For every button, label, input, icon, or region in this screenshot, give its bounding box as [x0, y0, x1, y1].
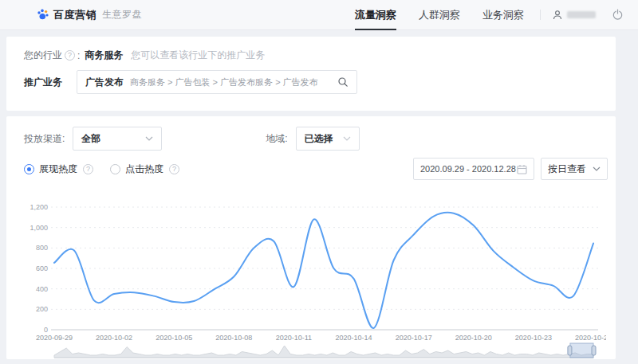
svg-text:2020-10-26: 2020-10-26 — [575, 334, 606, 341]
industry-value: 商务服务 — [85, 49, 123, 62]
search-icon[interactable] — [337, 76, 349, 88]
tab-label: 业务洞察 — [482, 9, 524, 21]
person-icon — [552, 10, 563, 21]
top-header: 百度营销 生意罗盘 流量洞察 人群洞察 业务洞察 — [0, 0, 638, 30]
svg-text:0: 0 — [44, 326, 48, 334]
business-row: 推广业务 广告发布 商务服务 > 广告包装 > 广告发布服务 > 广告发布 — [24, 70, 357, 94]
active-tab-underline — [355, 29, 396, 30]
svg-text:200: 200 — [36, 305, 48, 313]
channel-label: 投放渠道: — [24, 132, 65, 146]
svg-text:2020-10-11: 2020-10-11 — [276, 334, 312, 341]
logout-icon[interactable] — [612, 9, 624, 21]
help-icon[interactable]: ? — [169, 164, 179, 174]
industry-colon: : — [77, 50, 80, 61]
svg-text:400: 400 — [36, 285, 48, 293]
trend-card: 投放渠道: 全部 地域: 已选择 展现热度 ? 点击热度 ? 20 — [6, 116, 616, 359]
brand-name: 百度营销 — [53, 8, 96, 22]
svg-text:2020-10-05: 2020-10-05 — [156, 334, 192, 341]
svg-text:2020-10-17: 2020-10-17 — [396, 334, 432, 341]
tab-audience-insight[interactable]: 人群洞察 — [419, 0, 460, 30]
svg-text:1,000: 1,000 — [30, 224, 48, 232]
industry-card: 您的行业 ? : 商务服务 您可以查看该行业下的推广业务 推广业务 广告发布 商… — [6, 37, 616, 111]
radio-click-heat[interactable]: 点击热度 ? — [110, 162, 182, 176]
chevron-down-icon — [343, 136, 351, 141]
svg-text:2020-10-02: 2020-10-02 — [96, 334, 132, 341]
svg-text:2020-10-20: 2020-10-20 — [455, 334, 492, 341]
svg-text:2020-09-29: 2020-09-29 — [36, 334, 73, 341]
business-search-box[interactable]: 广告发布 商务服务 > 广告包装 > 广告发布服务 > 广告发布 — [77, 70, 357, 94]
brand-subtitle: 生意罗盘 — [102, 8, 142, 22]
region-label: 地域: — [266, 132, 287, 146]
industry-label: 您的行业 — [24, 49, 62, 62]
business-breadcrumb: 商务服务 > 广告包装 > 广告发布服务 > 广告发布 — [130, 76, 331, 88]
main-nav: 流量洞察 人群洞察 业务洞察 — [355, 0, 524, 30]
data-zoom-slider[interactable] — [24, 342, 606, 358]
help-icon[interactable]: ? — [83, 164, 93, 174]
calendar-icon — [517, 164, 527, 174]
chevron-down-icon — [145, 136, 153, 141]
radio-label: 点击热度 — [125, 162, 163, 176]
region-value: 已选择 — [305, 132, 333, 146]
svg-text:2020-10-14: 2020-10-14 — [336, 334, 372, 341]
svg-text:1,200: 1,200 — [30, 203, 48, 211]
radio-unselected-icon — [110, 164, 120, 174]
user-account[interactable] — [552, 10, 596, 21]
tab-business-insight[interactable]: 业务洞察 — [482, 0, 524, 30]
svg-text:800: 800 — [36, 244, 48, 252]
view-mode-value: 按日查看 — [548, 162, 593, 176]
view-mode-select[interactable]: 按日查看 — [541, 158, 608, 180]
tab-label: 人群洞察 — [419, 9, 460, 21]
date-controls: 2020.09.29 - 2020.12.28 按日查看 — [413, 158, 608, 180]
tab-label: 流量洞察 — [355, 9, 396, 21]
svg-text:2020-10-23: 2020-10-23 — [515, 334, 552, 341]
baidu-logo-icon — [36, 8, 49, 22]
channel-select[interactable]: 全部 — [73, 127, 162, 151]
channel-value: 全部 — [81, 132, 100, 146]
radio-selected-icon — [24, 164, 34, 174]
svg-text:600: 600 — [36, 264, 48, 272]
industry-hint: 您可以查看该行业下的推广业务 — [131, 49, 265, 62]
header-divider — [540, 10, 541, 20]
trend-chart: 02004006008001,0001,2002020-09-292020-10… — [24, 193, 606, 341]
region-select[interactable]: 已选择 — [296, 127, 360, 151]
svg-text:2020-10-08: 2020-10-08 — [215, 334, 252, 341]
tab-traffic-insight[interactable]: 流量洞察 — [355, 0, 396, 30]
radio-impression-heat[interactable]: 展现热度 ? — [24, 162, 96, 176]
chevron-down-icon — [593, 166, 601, 171]
industry-row: 您的行业 ? : 商务服务 您可以查看该行业下的推广业务 — [24, 49, 265, 62]
business-label: 推广业务 — [24, 76, 77, 89]
business-value: 广告发布 — [85, 76, 124, 89]
metric-row: 展现热度 ? 点击热度 ? 2020.09.29 - 2020.12.28 按日… — [24, 158, 608, 180]
user-name-redacted — [567, 11, 596, 18]
filter-row: 投放渠道: 全部 地域: 已选择 — [24, 127, 360, 151]
date-range-input[interactable]: 2020.09.29 - 2020.12.28 — [413, 158, 534, 180]
brand-logo[interactable]: 百度营销 生意罗盘 — [36, 8, 142, 22]
date-range-value: 2020.09.29 - 2020.12.28 — [420, 164, 517, 174]
help-icon[interactable]: ? — [65, 50, 75, 61]
radio-label: 展现热度 — [39, 162, 77, 176]
